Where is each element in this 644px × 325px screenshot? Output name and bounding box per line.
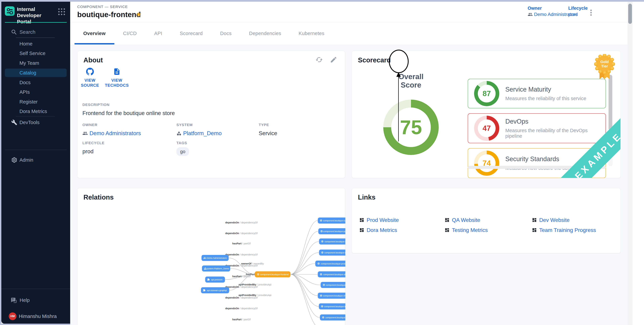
sidebar-item-admin[interactable]: Admin [5,156,67,164]
edge-label: hasPart / partOf [232,275,251,278]
relation-node-component-boutique-loadgenerator[interactable]: component:boutique-loadgenerator [319,303,345,310]
gold-tier-badge: Gold Tier [594,54,615,80]
sidebar-item-my-team[interactable]: My Team [5,59,67,67]
relation-node-component-boutique-paymentservice[interactable]: component:boutique-paymentservice [318,228,345,234]
sidebar-item-label: APIs [20,89,30,95]
link-qa-website[interactable]: QA Website [444,216,532,224]
search-placeholder: Search [20,29,36,35]
sidebar-item-docs[interactable]: Docs [5,78,67,87]
system-link[interactable]: Platform_Demo [176,130,222,136]
relation-node-component-boutique-emailservice[interactable]: component:boutique-emailservice [319,250,345,256]
gear-icon [11,157,17,163]
sidebar-item-dora-metrics[interactable]: Dora Metrics [5,107,67,116]
relation-node-component-boutique-redisservice[interactable]: component:boutique-redisservice [319,239,345,245]
header-lifecycle-label: Lifecycle [568,6,588,11]
view-techdocs-link[interactable]: VIEW TECHDOCS [104,68,130,88]
relation-node-api-starwars-graphql[interactable]: api:starwars-graphql [201,287,229,293]
dashboard-icon [532,218,537,223]
sidebar-item-help[interactable]: ? Help [5,296,67,305]
window-frame-bottom [0,324,70,325]
svg-text:component:boutique-adservice: component:boutique-adservice [326,284,345,286]
tab-kubernetes[interactable]: Kubernetes [290,22,333,44]
link-prod-website[interactable]: Prod Website [359,216,444,224]
link-dora-metrics[interactable]: Dora Metrics [359,226,444,234]
lifecycle-label: LIFECYCLE [82,141,104,145]
overall-score-value: 75 [400,116,422,139]
user-name: Himanshu Mishra [19,314,57,319]
tab-bar: OverviewCI/CDAPIScorecardDocsDependencie… [74,22,333,44]
favorite-star-icon[interactable]: ★ [136,10,142,18]
tab-api[interactable]: API [146,22,171,44]
score-list-scroll-thumb[interactable] [608,75,612,130]
edge-label: dependsOn / dependencyOf [225,296,258,299]
kebab-menu-icon[interactable] [588,9,594,18]
dashboard-icon [359,228,364,233]
tab-docs[interactable]: Docs [211,22,240,44]
relation-node-component-boutique-currencyservice[interactable]: component:boutique-currencyservice [318,218,345,224]
link-label: Team Training Progress [539,227,596,233]
relation-node-component-boutique-frontend[interactable]: component:boutique-frontend [255,271,290,277]
sidebar-divider [5,150,67,150]
score-description: Measures the reliability of the DevOps p… [505,128,606,139]
tab-dependencies[interactable]: Dependencies [240,22,290,44]
tag-chip[interactable]: go [176,147,189,156]
page-scrollbar-track[interactable] [628,2,632,325]
score-donut: 47 [474,116,499,141]
sidebar-item-self-service[interactable]: Self Service [5,49,67,57]
edit-pencil-icon[interactable] [330,56,337,63]
links-grid: Prod WebsiteQA WebsiteDev WebsiteDora Me… [359,216,611,234]
refresh-icon[interactable] [316,56,323,63]
scorecard-card: Scorecard [352,51,621,178]
tab-overview[interactable]: Overview [74,22,114,44]
page-scrollbar-thumb[interactable] [628,4,632,24]
view-source-link[interactable]: VIEW SOURCE [78,68,102,88]
sidebar-search[interactable]: Search [11,28,61,38]
relation-node-Demo-Administrators[interactable]: Demo Administrators [202,255,229,261]
portal-title: Internal Developer Portal [17,6,54,25]
dashboard-icon [359,218,364,223]
link-testing-metrics[interactable]: Testing Metrics [444,226,532,234]
score-item-devops[interactable]: 47DevOpsMeasures the reliability of the … [468,113,606,143]
score-name: Security Standards [505,155,583,163]
apps-grid-icon[interactable] [58,8,65,15]
owner-link[interactable]: Demo Administrators [82,130,141,136]
sidebar-item-devtools[interactable]: DevTools [5,118,67,127]
sidebar-user[interactable]: HM Himanshu Mishra [5,312,67,321]
description-value: Frontend for the boutique online store [82,110,175,116]
sidebar-item-home[interactable]: Home [5,39,67,48]
sidebar-item-label: Catalog [20,70,36,76]
relation-node-system-Platform-Demo[interactable]: system:Platform_Demo [202,266,230,272]
link-label: Dev Website [539,217,570,223]
link-dev-website[interactable]: Dev Website [532,216,611,224]
window-frame-top [0,0,644,2]
github-icon [86,68,94,75]
sidebar-item-apis[interactable]: APIs [5,88,67,96]
right-gutter [632,2,644,325]
score-donut: 87 [474,81,499,106]
relation-node-component-boutique-checkoutservice[interactable]: component:boutique-checkoutservice [318,293,345,299]
score-item-service-maturity[interactable]: 87Service MaturityMeasures the reliabili… [468,79,606,108]
relation-node-component-boutique-cartservice[interactable]: component:boutique-cartservice [320,315,346,321]
relation-node-component-boutique-productcatalogservice[interactable]: component:boutique-productcatalogservice [315,261,345,267]
relation-node-api-petstore[interactable]: api:petstore [205,277,225,283]
relations-graph[interactable]: ownerOf / ownedByhasPart / partOfapiProv… [78,188,345,325]
window-frame-left [0,2,1,325]
score-description: Measures the reliability of this service [505,96,586,101]
sidebar-item-label: Self Service [20,51,46,56]
link-team-training-progress[interactable]: Team Training Progress [532,226,611,234]
tab-ci-cd[interactable]: CI/CD [114,22,146,44]
people-icon [528,12,533,17]
main-content: COMPONENT — SERVICE boutique-frontend ★ … [70,2,644,325]
edge-label: hasPart / partOf [232,242,251,245]
sidebar-item-register[interactable]: Register [5,98,67,106]
annotation-arrow-line [398,76,399,141]
score-value: 47 [483,124,491,132]
search-icon [11,29,18,35]
relation-node-component-boutique-shippingservice[interactable]: component:boutique-shippingservice [318,271,345,277]
relation-node-component-boutique-adservice[interactable]: component:boutique-adservice [321,282,345,288]
svg-text:component:boutique-productcata: component:boutique-productcatalogservice [321,263,345,265]
sidebar-item-catalog[interactable]: Catalog [5,69,67,77]
sidebar-item-label: Docs [20,80,30,85]
tab-scorecard[interactable]: Scorecard [171,22,212,44]
portal-logo-icon [5,6,14,16]
